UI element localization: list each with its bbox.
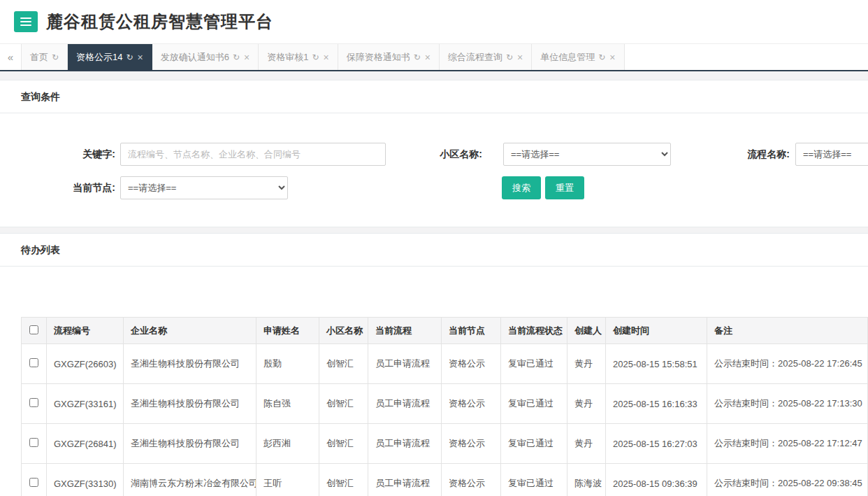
table-header-cell bbox=[22, 318, 47, 344]
community-select[interactable]: ==请选择== bbox=[503, 143, 671, 166]
hamburger-icon bbox=[20, 17, 31, 26]
refresh-icon[interactable]: ↻ bbox=[52, 52, 59, 62]
row-select-checkbox[interactable] bbox=[29, 438, 38, 447]
table-cell: 殷勤 bbox=[256, 344, 319, 384]
refresh-icon[interactable]: ↻ bbox=[126, 52, 133, 62]
topbar: 麓谷租赁公租房智慧管理平台 bbox=[0, 0, 868, 43]
close-icon[interactable]: × bbox=[425, 52, 431, 62]
table-cell: GXGZF(26841) bbox=[47, 424, 124, 464]
refresh-icon[interactable]: ↻ bbox=[414, 52, 421, 62]
table-header-cell: 当前节点 bbox=[442, 318, 501, 344]
node-select[interactable]: ==请选择== bbox=[120, 176, 288, 199]
reset-button[interactable]: 重置 bbox=[545, 176, 584, 199]
table-cell: 湖南博云东方粉末冶金有限公司 bbox=[124, 464, 256, 496]
table-cell: 创智汇 bbox=[319, 424, 368, 464]
close-icon[interactable]: × bbox=[324, 52, 329, 62]
table-cell: 创智汇 bbox=[319, 464, 368, 496]
table-row: GXGZF(33161)圣湘生物科技股份有限公司陈自强创智汇员工申请流程资格公示… bbox=[22, 384, 868, 424]
todo-table-area: 流程编号企业名称申请姓名小区名称当前流程当前节点当前流程状态创建人创建时间备注 … bbox=[0, 267, 868, 496]
table-cell: 员工申请流程 bbox=[368, 344, 442, 384]
tab-label: 资格审核1 bbox=[267, 51, 308, 64]
close-icon[interactable]: × bbox=[517, 52, 523, 62]
table-cell: 黄丹 bbox=[567, 384, 606, 424]
table-cell: 复审已通过 bbox=[501, 344, 567, 384]
table-cell: 王听 bbox=[256, 464, 319, 496]
table-cell: GXGZF(26603) bbox=[47, 344, 124, 384]
tab-item[interactable]: 综合流程查询↻× bbox=[440, 44, 532, 70]
table-cell: GXGZF(33161) bbox=[47, 384, 124, 424]
todo-panel-title: 待办列表 bbox=[0, 234, 868, 267]
table-cell: 2025-08-15 15:58:51 bbox=[606, 344, 707, 384]
keyword-label: 关键字: bbox=[0, 143, 115, 166]
table-cell: 陈自强 bbox=[256, 384, 319, 424]
table-cell bbox=[22, 464, 47, 496]
todo-table: 流程编号企业名称申请姓名小区名称当前流程当前节点当前流程状态创建人创建时间备注 … bbox=[21, 317, 868, 496]
app-title: 麓谷租赁公租房智慧管理平台 bbox=[46, 10, 273, 33]
page: 麓谷租赁公租房智慧管理平台 « 首页↻资格公示14↻×发放确认通知书6↻×资格审… bbox=[0, 0, 868, 496]
query-panel: 查询条件 关键字: 小区名称: ==请选择== 流程名称: ==请选择== 当前… bbox=[0, 80, 868, 227]
tab-label: 单位信息管理 bbox=[540, 51, 595, 64]
table-cell: 黄丹 bbox=[567, 424, 606, 464]
refresh-icon[interactable]: ↻ bbox=[312, 52, 319, 62]
tab-label: 保障资格通知书 bbox=[347, 51, 410, 64]
row-select-checkbox[interactable] bbox=[29, 398, 38, 407]
process-label: 流程名称: bbox=[695, 143, 790, 166]
search-button[interactable]: 搜索 bbox=[502, 176, 541, 199]
table-cell: 创智汇 bbox=[319, 384, 368, 424]
row-select-checkbox[interactable] bbox=[29, 358, 38, 367]
refresh-icon[interactable]: ↻ bbox=[506, 52, 513, 62]
table-cell: 公示结束时间：2025-08-22 17:13:30 bbox=[707, 384, 868, 424]
table-cell: 复审已通过 bbox=[501, 464, 567, 496]
tab-item[interactable]: 资格公示14↻× bbox=[68, 44, 152, 70]
select-all-checkbox[interactable] bbox=[29, 325, 38, 334]
tab-item[interactable]: 首页↻ bbox=[21, 44, 68, 70]
table-cell: 2025-08-15 16:27:03 bbox=[606, 424, 707, 464]
table-cell: 资格公示 bbox=[442, 344, 501, 384]
table-header-cell: 创建时间 bbox=[606, 318, 707, 344]
table-head: 流程编号企业名称申请姓名小区名称当前流程当前节点当前流程状态创建人创建时间备注 bbox=[22, 318, 868, 344]
refresh-icon[interactable]: ↻ bbox=[598, 52, 605, 62]
table-header-cell: 备注 bbox=[707, 318, 868, 344]
tab-list: 首页↻资格公示14↻×发放确认通知书6↻×资格审核1↻×保障资格通知书↻×综合流… bbox=[21, 44, 625, 70]
table-cell: 2025-08-15 16:16:33 bbox=[606, 384, 707, 424]
table-cell: 员工申请流程 bbox=[368, 384, 442, 424]
table-cell bbox=[22, 424, 47, 464]
tab-item[interactable]: 资格审核1↻× bbox=[259, 44, 338, 70]
community-label: 小区名称: bbox=[388, 143, 482, 166]
table-cell: 公示结束时间：2025-08-22 17:12:47 bbox=[707, 424, 868, 464]
collapse-tabs-button[interactable]: « bbox=[0, 44, 21, 70]
tab-label: 资格公示14 bbox=[76, 51, 122, 64]
close-icon[interactable]: × bbox=[138, 52, 143, 62]
refresh-icon[interactable]: ↻ bbox=[233, 52, 240, 62]
process-select[interactable]: ==请选择== bbox=[795, 143, 868, 166]
tab-label: 首页 bbox=[30, 51, 48, 64]
todo-panel: 待办列表 流程编号企业名称申请姓名小区名称当前流程当前节点当前流程状态创建人创建… bbox=[0, 233, 868, 496]
main-content: 查询条件 关键字: 小区名称: ==请选择== 流程名称: ==请选择== 当前… bbox=[0, 71, 868, 496]
table-cell: 资格公示 bbox=[442, 464, 501, 496]
tab-item[interactable]: 保障资格通知书↻× bbox=[338, 44, 440, 70]
table-cell: 复审已通过 bbox=[501, 424, 567, 464]
table-header-cell: 申请姓名 bbox=[256, 318, 319, 344]
table-cell: 员工申请流程 bbox=[368, 464, 442, 496]
tab-bar: « 首页↻资格公示14↻×发放确认通知书6↻×资格审核1↻×保障资格通知书↻×综… bbox=[0, 43, 868, 71]
keyword-input[interactable] bbox=[120, 143, 386, 166]
table-cell: 资格公示 bbox=[442, 384, 501, 424]
table-cell: 复审已通过 bbox=[501, 384, 567, 424]
row-select-checkbox[interactable] bbox=[29, 478, 38, 487]
tab-item[interactable]: 发放确认通知书6↻× bbox=[152, 44, 259, 70]
table-header-row: 流程编号企业名称申请姓名小区名称当前流程当前节点当前流程状态创建人创建时间备注 bbox=[22, 318, 868, 344]
close-icon[interactable]: × bbox=[244, 52, 249, 62]
query-form: 关键字: 小区名称: ==请选择== 流程名称: ==请选择== 当前节点: =… bbox=[0, 113, 868, 227]
close-icon[interactable]: × bbox=[609, 52, 615, 62]
menu-toggle-button[interactable] bbox=[14, 11, 38, 32]
table-cell bbox=[22, 384, 47, 424]
table-cell: 陈海波 bbox=[567, 464, 606, 496]
table-header-cell: 企业名称 bbox=[124, 318, 256, 344]
table-header-cell: 当前流程状态 bbox=[501, 318, 567, 344]
tab-item[interactable]: 单位信息管理↻× bbox=[532, 44, 624, 70]
table-cell: 员工申请流程 bbox=[368, 424, 442, 464]
table-cell: 彭西湘 bbox=[256, 424, 319, 464]
table-cell: 公示结束时间：2025-08-22 17:26:45 bbox=[707, 344, 868, 384]
table-body: GXGZF(26603)圣湘生物科技股份有限公司殷勤创智汇员工申请流程资格公示复… bbox=[22, 344, 868, 496]
table-row: GXGZF(26603)圣湘生物科技股份有限公司殷勤创智汇员工申请流程资格公示复… bbox=[22, 344, 868, 384]
